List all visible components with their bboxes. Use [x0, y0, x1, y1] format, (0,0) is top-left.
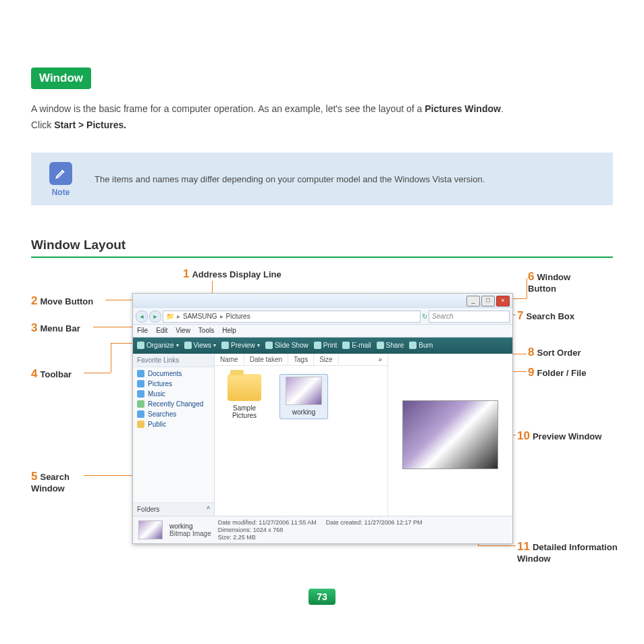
- share-icon: [377, 342, 384, 349]
- callout-label: Preview Window: [533, 431, 601, 441]
- breadcrumb-item[interactable]: Pictures: [226, 313, 250, 320]
- toolbar-preview[interactable]: Preview▾: [221, 342, 260, 349]
- folders-toggle[interactable]: Folders^: [133, 502, 214, 516]
- callout-6: 6Window Button: [528, 270, 589, 294]
- col-tags[interactable]: Tags: [288, 354, 314, 365]
- close-button[interactable]: ×: [496, 296, 510, 306]
- callout-label: Folder / File: [537, 368, 586, 378]
- refresh-icon[interactable]: ↻: [422, 313, 427, 320]
- organize-icon: [137, 342, 144, 349]
- nav-row: ◄ ► 📁 ▸ SAMSUNG ▸ Pictures ↻ Search: [133, 308, 512, 325]
- callout-8: 8Sort Order: [528, 346, 581, 359]
- folder-icon: [227, 374, 261, 401]
- details-pane: working Bitmap Image Date modified: 11/2…: [133, 516, 512, 543]
- callout-label: Address Display Line: [192, 269, 281, 279]
- callout-num: 5: [31, 470, 37, 483]
- intro-text: .: [501, 103, 504, 114]
- sidebar-item-music[interactable]: Music: [137, 390, 210, 398]
- leader-line: [478, 545, 516, 546]
- callout-num: 2: [31, 294, 37, 307]
- callout-num: 6: [528, 270, 534, 283]
- toolbar: Organize▾ Views▾ Preview▾ Slide Show Pri…: [133, 338, 512, 354]
- minimize-button[interactable]: _: [466, 296, 480, 306]
- callout-label: Toolbar: [40, 369, 72, 379]
- sidebar-item-public[interactable]: Public: [137, 421, 210, 428]
- menu-view[interactable]: View: [176, 327, 190, 334]
- callout-1: 1Address Display Line: [183, 267, 281, 281]
- details-type: Bitmap Image: [169, 530, 211, 537]
- slideshow-icon: [265, 342, 273, 349]
- menu-bar: File Edit View Tools Help: [133, 325, 512, 338]
- leader-line: [111, 343, 134, 344]
- callout-7: 7Search Box: [517, 309, 574, 323]
- sidebar-item-recent[interactable]: Recently Changed: [137, 400, 210, 408]
- layout-heading: Window Layout: [31, 238, 613, 258]
- toolbar-print[interactable]: Print: [314, 342, 338, 349]
- recent-icon: [137, 400, 144, 408]
- sidebar: Favorite Links Documents Pictures Music …: [133, 354, 215, 516]
- callout-num: 11: [517, 540, 530, 553]
- callout-label: Window Button: [528, 272, 570, 294]
- breadcrumb-item[interactable]: SAMSUNG: [183, 313, 217, 320]
- pictures-icon: [137, 380, 144, 387]
- menu-help[interactable]: Help: [222, 327, 236, 334]
- toolbar-views[interactable]: Views▾: [184, 342, 217, 349]
- list-item[interactable]: working: [279, 374, 328, 419]
- intro-bold: Start > Pictures.: [54, 119, 126, 130]
- views-icon: [184, 342, 192, 349]
- callout-num: 10: [517, 429, 530, 442]
- note-label: Note: [45, 188, 77, 197]
- menu-file[interactable]: File: [137, 327, 148, 334]
- toolbar-slideshow[interactable]: Slide Show: [265, 342, 308, 349]
- section-title-badge: Window: [31, 68, 91, 89]
- callout-9: 9Folder / File: [528, 366, 586, 379]
- intro-text: Click: [31, 119, 54, 130]
- callout-2: 2Move Button: [31, 294, 93, 308]
- maximize-button[interactable]: □: [481, 296, 495, 306]
- callout-3: 3Menu Bar: [31, 321, 80, 335]
- toolbar-burn[interactable]: Burn: [409, 342, 433, 349]
- toolbar-email[interactable]: E-mail: [342, 342, 371, 349]
- col-name[interactable]: Name: [215, 354, 244, 365]
- callout-label: Search Box: [526, 311, 574, 321]
- leader-line: [111, 343, 111, 373]
- sidebar-item-searches[interactable]: Searches: [137, 410, 210, 418]
- forward-button[interactable]: ►: [149, 311, 161, 323]
- sidebar-title: Favorite Links: [133, 354, 214, 367]
- list-item[interactable]: Sample Pictures: [223, 374, 266, 419]
- music-icon: [137, 390, 144, 398]
- col-more[interactable]: »: [339, 354, 387, 365]
- chevron-up-icon: ^: [207, 506, 210, 513]
- menu-tools[interactable]: Tools: [198, 327, 214, 334]
- diagram: 1Address Display Line 2Move Button 3Menu…: [31, 267, 613, 585]
- email-icon: [342, 342, 350, 349]
- leader-line: [527, 278, 527, 298]
- leader-line: [105, 300, 135, 300]
- callout-num: 8: [528, 346, 534, 358]
- thumb-label: Sample Pictures: [223, 404, 266, 419]
- page-number: 73: [308, 589, 336, 605]
- back-button[interactable]: ◄: [136, 311, 148, 323]
- details-name: working: [169, 522, 211, 530]
- sidebar-item-documents[interactable]: Documents: [137, 370, 210, 377]
- col-size[interactable]: Size: [314, 354, 338, 365]
- menu-edit[interactable]: Edit: [156, 327, 167, 334]
- print-icon: [314, 342, 321, 349]
- address-bar[interactable]: 📁 ▸ SAMSUNG ▸ Pictures: [163, 311, 421, 323]
- pencil-icon: [49, 162, 72, 185]
- image-icon: [286, 377, 322, 405]
- callout-5: 5Search Window: [31, 470, 85, 493]
- search-input[interactable]: Search: [429, 311, 510, 323]
- callout-4: 4Toolbar: [31, 367, 72, 381]
- callout-num: 7: [517, 309, 523, 322]
- intro-paragraph: A window is the basic frame for a comput…: [31, 101, 613, 134]
- explorer-window: _ □ × ◄ ► 📁 ▸ SAMSUNG ▸ Pictures ↻ Searc…: [132, 293, 513, 544]
- sidebar-item-pictures[interactable]: Pictures: [137, 380, 210, 387]
- col-date[interactable]: Date taken: [244, 354, 288, 365]
- toolbar-organize[interactable]: Organize▾: [137, 342, 179, 349]
- chevron-right-icon: ▸: [220, 313, 223, 320]
- leader-line: [512, 298, 527, 299]
- toolbar-share[interactable]: Share: [377, 342, 404, 349]
- callout-num: 3: [31, 321, 37, 334]
- preview-image: [402, 400, 498, 469]
